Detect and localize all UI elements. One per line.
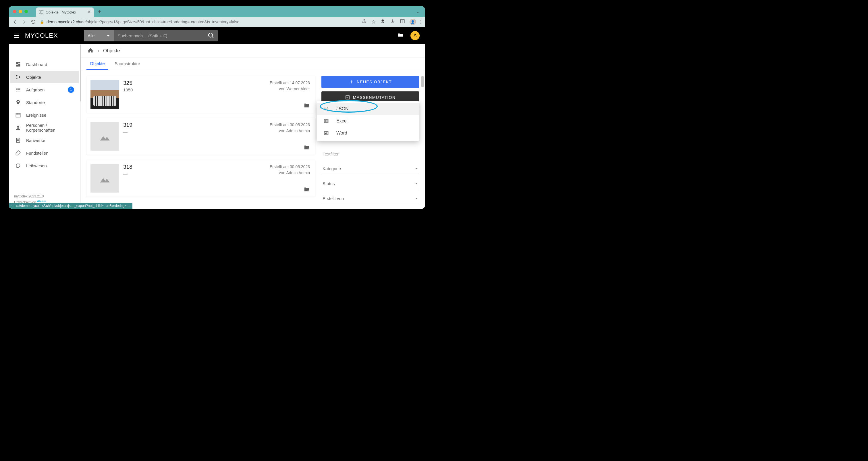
sidebar-item-standorte[interactable]: Standorte [10,96,79,109]
building-icon [15,137,21,143]
sidebar-item-bauwerke[interactable]: Bauwerke [10,134,79,147]
scrollbar[interactable] [421,76,424,87]
breadcrumb-current: Objekte [103,48,120,54]
svg-rect-9 [16,113,21,117]
export-word[interactable]: Word [317,127,419,139]
browser-tab-bar: Objekte | MyColex ✕ + ⌄ [9,6,425,17]
sidebar: Dashboard Objekte Aufgaben 1 Standorte E… [9,44,81,209]
add-to-folder-button[interactable] [304,102,310,110]
sidebar-item-label: Leihwesen [26,163,47,168]
sidebar-item-aufgaben[interactable]: Aufgaben 1 [10,83,79,96]
svg-rect-18 [19,140,19,141]
version-text: myColex 2023.21.0 [14,194,75,200]
svg-rect-17 [17,140,18,141]
lock-icon: 🔒 [40,20,44,24]
sidebar-item-personen[interactable]: Personen / Körperschaften [10,121,79,134]
sidebar-item-leihwesen[interactable]: Leihwesen [10,159,79,172]
brand-logo[interactable]: MYCOLEX [25,32,58,39]
tab-close-icon[interactable]: ✕ [87,10,91,15]
new-tab-button[interactable]: + [98,8,101,15]
tab-title: Objekte | MyColex [46,10,76,15]
folder-icon[interactable] [397,32,404,39]
svg-rect-15 [17,139,18,140]
share-icon[interactable] [362,19,367,25]
object-created: Erstellt am 30.05.2023 [270,164,310,170]
nav-back-button[interactable] [12,19,18,24]
main-content: › Objekte Objekte Baumstruktur 325 1950 [81,44,425,209]
search-filter-dropdown[interactable]: Alle [84,30,114,41]
downloads-icon[interactable] [390,19,395,25]
sidebar-item-label: Standorte [26,100,45,105]
hamburger-menu-button[interactable] [14,34,19,38]
filter-status[interactable]: Status [321,178,419,189]
browser-tab[interactable]: Objekte | MyColex ✕ [36,7,94,17]
object-created: Erstellt am 30.05.2023 [270,122,310,128]
word-icon [323,131,330,136]
status-url: https://demo.mycolex2.ch/api/objects/jso… [11,204,131,208]
content-row: 325 1950 Erstellt am 14.07.2023 von Wern… [81,70,425,209]
home-icon[interactable] [88,48,93,54]
object-card[interactable]: 318 — Erstellt am 30.05.2023 von Admin A… [87,160,315,197]
loan-icon [15,163,21,168]
svg-rect-4 [19,64,21,67]
chevron-down-icon [107,35,110,36]
globe-icon [39,10,43,15]
object-subtitle: 1950 [123,87,266,92]
excel-icon [323,118,330,123]
chevron-down-icon [415,168,418,169]
svg-point-21 [326,109,326,109]
sidebar-item-objekte[interactable]: Objekte [10,71,79,83]
svg-point-6 [16,75,18,77]
svg-rect-23 [324,120,328,123]
tab-objekte[interactable]: Objekte [87,57,108,70]
search-placeholder: Suchen nach… (Shift + F) [118,33,167,38]
calendar-icon [15,112,21,118]
window-close-button[interactable] [13,10,17,13]
sidebar-item-dashboard[interactable]: Dashboard [10,58,79,71]
user-avatar[interactable]: A [410,31,420,40]
window-minimize-button[interactable] [19,10,22,13]
object-thumbnail [91,122,119,151]
object-card[interactable]: 319 — Erstellt am 30.05.2023 von Admin A… [87,118,315,155]
add-to-folder-button[interactable] [304,144,310,152]
profile-avatar-icon[interactable]: 👤 [410,19,416,25]
export-word-label: Word [336,131,347,136]
filter-textfilter[interactable]: Textfilter [321,148,419,159]
filter-kategorie[interactable]: Kategorie [321,163,419,174]
export-excel[interactable]: Excel [317,115,419,127]
search-input[interactable]: Suchen nach… (Shift + F) [114,30,205,41]
sidebar-item-ereignisse[interactable]: Ereignisse [10,109,79,121]
url-host: demo.mycolex2.ch [46,20,80,24]
findspot-icon [15,150,21,156]
tab-baumstruktur[interactable]: Baumstruktur [111,57,144,70]
new-object-button[interactable]: NEUES OBJEKT [321,76,419,88]
filter-erstellt-von[interactable]: Erstellt von [321,193,419,204]
panel-icon[interactable] [400,19,405,25]
sidebar-item-fundstellen[interactable]: Fundstellen [10,147,79,159]
browser-menu-icon[interactable] [421,20,421,24]
dashboard-icon [15,61,21,67]
tabs-expand-icon[interactable]: ⌄ [416,9,420,14]
breadcrumb: › Objekte [81,44,425,57]
object-thumbnail [91,164,119,193]
extensions-icon[interactable] [380,19,385,25]
search-wrap: Alle Suchen nach… (Shift + F) [84,30,218,41]
svg-rect-14 [17,138,20,143]
object-author: von Admin Admin [270,128,310,134]
export-menu: JSON Excel Word [317,101,419,141]
object-thumbnail [91,80,119,109]
svg-point-8 [17,78,17,79]
add-to-folder-button[interactable] [304,186,310,194]
bookmark-icon[interactable]: ☆ [371,19,376,25]
browser-address-bar: 🔒 demo.mycolex2.ch/de/objekte?page=1&pag… [9,17,425,27]
url-field[interactable]: 🔒 demo.mycolex2.ch/de/objekte?page=1&pag… [40,20,358,24]
window-maximize-button[interactable] [24,10,28,13]
browser-window: Objekte | MyColex ✕ + ⌄ 🔒 demo.mycolex2.… [9,6,425,209]
nav-forward-button[interactable] [22,19,27,24]
search-button[interactable] [205,30,218,41]
object-card[interactable]: 325 1950 Erstellt am 14.07.2023 von Wern… [87,76,315,113]
export-json[interactable]: JSON [317,103,419,115]
nav-reload-button[interactable] [31,19,36,24]
header-right: A [397,31,420,40]
svg-rect-0 [400,20,404,23]
